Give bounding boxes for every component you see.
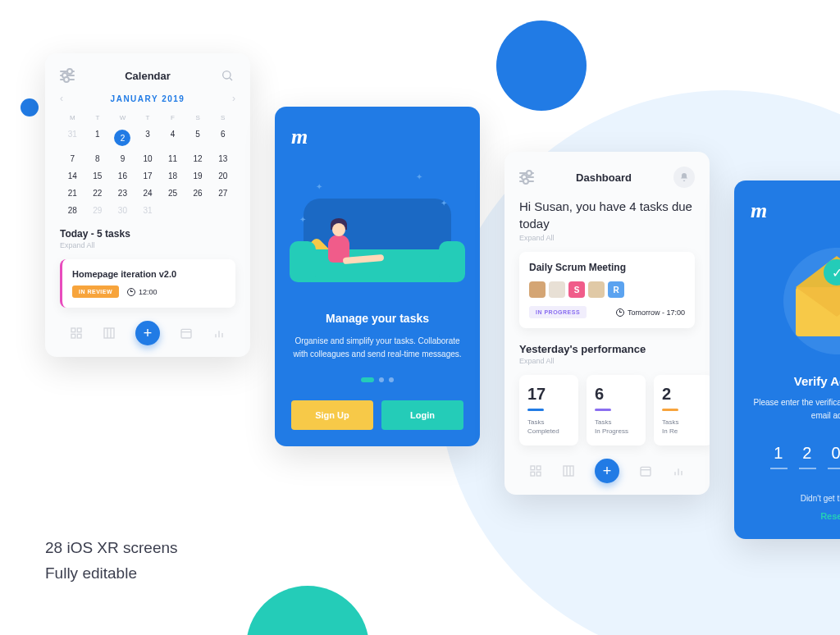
calendar-day[interactable]: 21 <box>60 189 85 198</box>
svg-rect-6 <box>104 328 114 338</box>
svg-rect-5 <box>77 334 81 338</box>
add-button[interactable]: + <box>135 321 160 345</box>
bottom-nav: + <box>519 459 695 483</box>
nav-stats-icon[interactable] <box>212 327 226 340</box>
expand-all[interactable]: Expand All <box>519 234 695 242</box>
calendar-day[interactable]: 25 <box>160 189 185 198</box>
month-label: JANUARY 2019 <box>111 94 185 103</box>
code-digit[interactable]: 1 <box>770 444 788 469</box>
code-input-row[interactable]: 12009 <box>751 444 840 469</box>
calendar-day[interactable]: 7 <box>60 154 85 163</box>
calendar-day[interactable]: 3 <box>135 130 161 146</box>
calendar-day[interactable]: 10 <box>135 154 161 163</box>
nav-stats-icon[interactable] <box>672 464 685 477</box>
calendar-day[interactable]: 11 <box>160 154 185 163</box>
calendar-day[interactable]: 17 <box>135 171 161 180</box>
code-digit[interactable]: 0 <box>828 444 840 469</box>
prev-month[interactable]: ‹ <box>60 93 63 104</box>
page-dots <box>291 377 463 382</box>
calendar-day[interactable]: 23 <box>110 189 135 198</box>
calendar-day[interactable] <box>210 206 235 215</box>
task-title: Homepage iteration v2.0 <box>72 269 226 279</box>
dow-label: F <box>160 114 185 121</box>
calendar-screen: Calendar ‹ JANUARY 2019 › MTWTFSS3112345… <box>45 53 250 357</box>
expand-all[interactable]: Expand All <box>519 357 695 365</box>
calendar-day[interactable]: 5 <box>185 130 211 146</box>
code-digit[interactable]: 2 <box>799 444 816 469</box>
expand-all[interactable]: Expand All <box>60 241 235 249</box>
calendar-day[interactable]: 6 <box>210 130 235 146</box>
stat-label: TasksCompleted <box>527 418 570 436</box>
clock-icon <box>127 288 135 296</box>
onboarding-illustration: ✦ ✦ ✦ ✦ <box>291 166 463 297</box>
clock-icon <box>616 308 624 317</box>
stat-card[interactable]: 2TasksIn Re <box>654 375 710 445</box>
calendar-day[interactable] <box>185 206 211 215</box>
calendar-day[interactable]: 29 <box>85 206 111 215</box>
nav-grid-icon[interactable] <box>529 464 542 477</box>
task-title: Daily Scrum Meeting <box>529 262 685 273</box>
calendar-day[interactable]: 31 <box>60 130 85 146</box>
calendar-day[interactable]: 2 <box>110 130 135 146</box>
svg-rect-18 <box>564 466 573 476</box>
calendar-day[interactable]: 9 <box>110 154 135 163</box>
calendar-day[interactable]: 12 <box>185 154 211 163</box>
avatar: R <box>608 281 624 298</box>
search-icon[interactable] <box>221 68 235 83</box>
stat-card[interactable]: 6TasksIn Progress <box>587 375 646 445</box>
calendar-day[interactable]: 16 <box>110 171 135 180</box>
onboarding-body: Organise and simplify your tasks. Collab… <box>291 335 463 361</box>
avatar <box>529 281 546 298</box>
envelope-illustration: ✓ <box>751 248 840 354</box>
nav-grid-icon[interactable] <box>70 327 83 340</box>
calendar-day[interactable]: 19 <box>185 171 211 180</box>
calendar-day[interactable]: 4 <box>160 130 185 146</box>
resend-link[interactable]: Resend <box>751 511 840 521</box>
svg-rect-16 <box>531 473 535 477</box>
stat-number: 6 <box>595 385 637 404</box>
calendar-day[interactable] <box>160 206 185 215</box>
task-time: 12:00 <box>127 288 158 296</box>
filter-icon[interactable] <box>519 170 534 185</box>
accent-circle-blue <box>496 21 587 111</box>
nav-list-icon[interactable] <box>103 327 116 340</box>
calendar-day[interactable]: 30 <box>110 206 135 215</box>
nav-list-icon[interactable] <box>562 464 575 477</box>
performance-heading: Yesterday's performance <box>519 343 695 355</box>
calendar-day[interactable]: 26 <box>185 189 211 198</box>
signup-button[interactable]: Sign Up <box>291 400 373 430</box>
accent-circle-teal <box>246 586 369 635</box>
bell-icon[interactable] <box>673 167 695 188</box>
status-badge: IN PROGRESS <box>529 306 587 318</box>
resend-question: Didn't get the code? <box>751 494 840 503</box>
calendar-day[interactable]: 1 <box>85 130 111 146</box>
bottom-nav: + <box>60 321 235 345</box>
task-card[interactable]: Daily Scrum Meeting SR IN PROGRESS Tomor… <box>519 252 695 328</box>
calendar-day[interactable]: 14 <box>60 171 85 180</box>
svg-rect-17 <box>536 473 541 477</box>
calendar-day[interactable]: 18 <box>160 171 185 180</box>
calendar-day[interactable]: 20 <box>210 171 235 180</box>
svg-rect-21 <box>641 468 651 477</box>
calendar-day[interactable]: 31 <box>135 206 161 215</box>
nav-calendar-icon[interactable] <box>180 327 193 340</box>
add-button[interactable]: + <box>595 459 619 483</box>
nav-calendar-icon[interactable] <box>639 464 652 477</box>
calendar-day[interactable]: 13 <box>210 154 235 163</box>
filter-icon[interactable] <box>60 68 75 83</box>
stat-card[interactable]: 17TasksCompleted <box>519 375 578 445</box>
avatar: S <box>568 281 585 298</box>
task-card[interactable]: Homepage iteration v2.0 IN REVIEW 12:00 <box>60 259 235 308</box>
calendar-day[interactable]: 15 <box>85 171 111 180</box>
calendar-day[interactable]: 27 <box>210 189 235 198</box>
svg-rect-3 <box>77 328 81 332</box>
calendar-day[interactable]: 24 <box>135 189 161 198</box>
calendar-day[interactable]: 8 <box>85 154 111 163</box>
calendar-day[interactable]: 28 <box>60 206 85 215</box>
login-button[interactable]: Login <box>381 400 463 430</box>
svg-rect-4 <box>71 334 75 338</box>
verify-body: Please enter the verification code sent … <box>751 396 840 423</box>
next-month[interactable]: › <box>232 93 235 104</box>
task-time: Tomorrow - 17:00 <box>616 308 685 317</box>
calendar-day[interactable]: 22 <box>85 189 111 198</box>
